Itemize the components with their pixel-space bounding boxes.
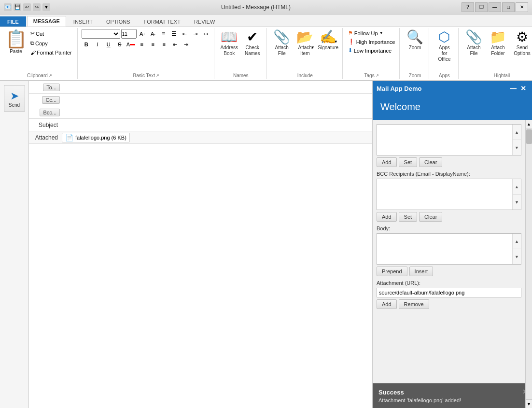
body-textarea[interactable] [377,234,521,263]
compose-body[interactable] [29,144,372,408]
font-size-input[interactable] [121,29,137,39]
attachment-add-button[interactable]: Add [377,299,397,309]
insert-button[interactable]: Insert [409,267,434,276]
bcc-button[interactable]: Bcc... [40,109,60,116]
send-button[interactable]: ➤ Send [4,85,25,112]
check-names-button[interactable]: ✔ Check Names [241,29,264,58]
tags-group: ⚑ Follow Up ▼ ❗ High Importance ⬇ Low Im… [344,28,400,79]
tags-expand-icon[interactable]: ↗ [376,73,379,78]
panel-minimize-button[interactable]: — [508,84,518,92]
copy-button[interactable]: ⧉ Copy [28,39,74,48]
font-color-button[interactable]: A [126,40,136,49]
bcc-scroll-down[interactable]: ▼ [513,195,521,210]
attach-item-button[interactable]: 📂 Attach Item ▼ [294,29,316,58]
remove-button[interactable]: Remove [399,299,429,309]
top-scroll-up[interactable]: ▲ [513,125,521,140]
cc-input[interactable] [62,94,372,106]
high-importance-button[interactable]: ❗ High Importance [347,38,397,46]
top-add-button[interactable]: Add [377,157,397,167]
underline-button[interactable]: U [104,40,113,49]
attachment-url-input[interactable] [377,288,521,297]
maximize-button[interactable]: □ [502,2,515,12]
indent-decrease-button[interactable]: ⇤ [180,29,190,39]
tags-label: Tags ↗ [347,72,397,78]
attachment-chip[interactable]: 📄 falafellogo.png (6 KB) [62,133,130,142]
tab-file[interactable]: FILE [0,16,26,27]
subject-input[interactable] [62,121,372,129]
paste-label: Paste [10,49,22,55]
bcc-clear-button[interactable]: Clear [419,212,442,222]
redo-icon[interactable]: ↪ [33,3,41,11]
font-select[interactable] [82,29,120,39]
apps-office-button[interactable]: ⬡ Apps for Office [433,29,455,64]
body-scroll-up[interactable]: ▲ [513,234,521,249]
bcc-textarea[interactable] [377,179,521,208]
tab-message[interactable]: MESSAGE [27,16,66,27]
include-content: 📎 Attach File 📂 Attach Item ▼ ✍ Signatur… [271,29,339,72]
low-importance-button[interactable]: ⬇ Low Importance [347,46,397,55]
tab-options[interactable]: OPTIONS [100,16,137,27]
panel-scroll-down[interactable]: ▼ [526,399,532,408]
undo-icon[interactable]: ↩ [23,3,31,11]
body-scroll-down[interactable]: ▼ [513,249,521,264]
align-center-button[interactable]: ≡ [148,40,158,49]
italic-button[interactable]: I [93,40,102,49]
strikethrough-button[interactable]: S [115,40,125,49]
numbers-button[interactable]: ☰ [169,29,179,39]
tags-col: ⚑ Follow Up ▼ ❗ High Importance ⬇ Low Im… [347,29,397,55]
indent-increase-button[interactable]: ⇥ [191,29,200,39]
to-input[interactable] [62,82,372,93]
top-scroll-down[interactable]: ▼ [513,140,521,155]
font-shrink-button[interactable]: A- [148,29,158,39]
close-button[interactable]: ✕ [516,2,528,12]
top-clear-button[interactable]: Clear [419,157,442,167]
prepend-button[interactable]: Prepend [377,267,407,276]
restore-button[interactable]: ❐ [475,2,488,12]
paste-button[interactable]: 📋 Paste [5,29,27,56]
bcc-set-button[interactable]: Set [399,212,418,222]
follow-up-label: Follow Up [354,30,378,36]
cc-button[interactable]: Cc... [42,96,60,104]
bcc-add-button[interactable]: Add [377,212,397,222]
align-right-button[interactable]: ≡ [159,40,169,49]
format-painter-button[interactable]: 🖌 Format Painter [28,48,74,57]
signature-button[interactable]: ✍ Signature ▼ [317,29,339,52]
bcc-textarea-wrapper: ▲ ▼ [377,179,521,210]
panel-close-button[interactable]: ✕ [518,84,528,92]
ltr-button[interactable]: ↦ [201,29,211,39]
to-row: To... [29,81,372,94]
down-icon[interactable]: ▼ [42,3,50,11]
bullets-button[interactable]: ≡ [159,29,168,39]
address-book-button[interactable]: 📖 Address Book [218,29,240,58]
cut-button[interactable]: ✂ Cut [28,29,74,38]
tab-review[interactable]: REVIEW [188,16,221,27]
rtl2-button[interactable]: ⇥ [182,40,191,49]
minimize-button[interactable]: — [489,2,501,12]
panel-scroll-up[interactable]: ▲ [526,120,532,128]
bcc-input[interactable] [62,107,372,118]
bcc-scroll-up[interactable]: ▲ [513,179,521,195]
font-grow-button[interactable]: A+ [138,29,147,39]
basic-text-label: Basic Text ↗ [82,72,211,78]
align-left-button[interactable]: ≡ [137,40,147,49]
rtl-button[interactable]: ⇤ [170,40,180,49]
follow-up-button[interactable]: ⚑ Follow Up ▼ [347,29,397,37]
basic-text-expand-icon[interactable]: ↗ [156,73,159,78]
tab-format-text[interactable]: FORMAT TEXT [138,16,187,27]
attach-file-button[interactable]: 📎 Attach File [271,29,293,58]
send-options-button[interactable]: ⚙ Send Options [511,29,532,58]
bold-button[interactable]: B [82,40,91,49]
save-icon[interactable]: 💾 [14,3,21,11]
zoom-button[interactable]: 🔍 Zoom [404,29,426,52]
subject-label: Subject [29,122,62,128]
help-button[interactable]: ? [462,2,474,12]
top-set-button[interactable]: Set [399,157,418,167]
hightail-attach-file-button[interactable]: 📎 Attach File [462,29,485,58]
hightail-attach-folder-button[interactable]: 📁 Attach Folder [487,29,509,58]
hightail-attach-folder-label: Attach Folder [489,45,506,56]
clipboard-expand-icon[interactable]: ↗ [49,73,52,78]
tab-insert[interactable]: INSERT [67,16,99,27]
to-button[interactable]: To... [43,84,60,91]
top-textarea[interactable] [377,125,521,154]
body-section: Body: ▲ ▼ Prepend Insert [377,225,521,276]
